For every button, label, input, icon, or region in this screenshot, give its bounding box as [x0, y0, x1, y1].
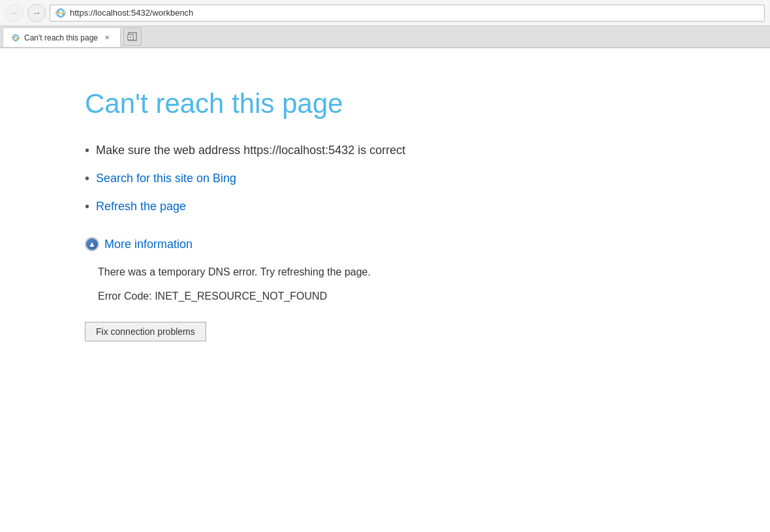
back-icon: ←	[10, 8, 19, 18]
tab-ie-icon	[11, 33, 20, 42]
suggestion-list: Make sure the web address https://localh…	[85, 143, 705, 214]
active-tab[interactable]: Can't reach this page ✕	[3, 27, 121, 47]
forward-button[interactable]: →	[27, 4, 46, 22]
error-title: Can't reach this page	[85, 87, 705, 120]
bing-search-link[interactable]: Search for this site on Bing	[96, 172, 236, 185]
suggestion-1-text: Make sure the web address https://localh…	[96, 144, 405, 157]
ie-logo-icon	[55, 8, 66, 18]
browser-frame: ← → https://localhost:5432/workbench	[0, 0, 770, 532]
more-info-link[interactable]: More information	[104, 238, 192, 251]
back-button[interactable]: ←	[5, 4, 23, 22]
tab-close-button[interactable]: ✕	[102, 33, 112, 43]
more-info-body: There was a temporary DNS error. Try ref…	[85, 264, 705, 302]
fix-connection-button[interactable]: Fix connection problems	[85, 322, 206, 341]
error-code-text: Error Code: INET_E_RESOURCE_NOT_FOUND	[98, 290, 705, 302]
chevron-up-icon: ▲	[88, 240, 96, 249]
suggestion-2[interactable]: Search for this site on Bing	[85, 171, 705, 186]
dns-error-text: There was a temporary DNS error. Try ref…	[98, 264, 705, 280]
refresh-page-link[interactable]: Refresh the page	[96, 200, 186, 213]
suggestion-1: Make sure the web address https://localh…	[85, 143, 705, 158]
new-tab-icon	[127, 31, 138, 42]
suggestion-3[interactable]: Refresh the page	[85, 199, 705, 214]
forward-icon: →	[33, 8, 41, 18]
tab-bar: Can't reach this page ✕	[0, 26, 770, 48]
more-info-section: ▲ More information There was a temporary…	[85, 237, 705, 302]
more-info-icon: ▲	[85, 237, 99, 251]
new-tab-button[interactable]	[123, 27, 142, 46]
nav-bar: ← → https://localhost:5432/workbench	[0, 0, 770, 26]
page-content: Can't reach this page Make sure the web …	[0, 48, 770, 532]
address-bar[interactable]: https://localhost:5432/workbench	[50, 5, 765, 22]
more-info-toggle[interactable]: ▲ More information	[85, 237, 705, 251]
address-text: https://localhost:5432/workbench	[70, 8, 193, 18]
tab-title: Can't reach this page	[24, 33, 98, 42]
